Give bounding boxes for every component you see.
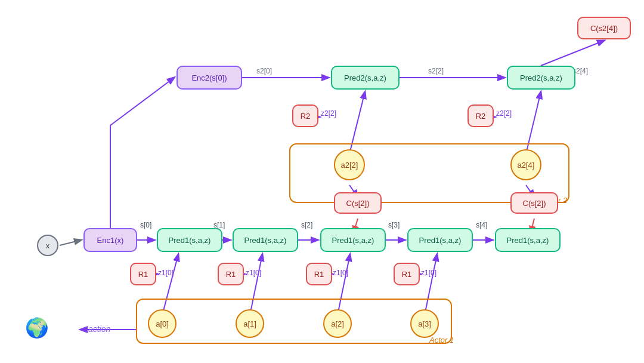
label-s2: s[2]	[301, 221, 312, 229]
node-x: x	[37, 235, 58, 256]
label-s0: s[0]	[140, 221, 151, 229]
diagram: s2[0] s2[2] s2[4] Actor 1 Actor 2 🌍 acti…	[0, 0, 644, 363]
node-a2: a[2]	[323, 309, 352, 338]
node-pred1-1: Pred1(s,a,z)	[233, 228, 298, 252]
node-r1-1: R1	[218, 263, 244, 285]
svg-line-0	[60, 240, 81, 245]
node-pred1-4: Pred1(s,a,z)	[495, 228, 561, 252]
svg-text:s2[0]: s2[0]	[256, 67, 272, 75]
node-a1: a[1]	[236, 309, 264, 338]
node-r2-0: R2	[292, 104, 318, 127]
node-pred1-3: Pred1(s,a,z)	[407, 228, 473, 252]
actor1-label: Actor 1	[429, 336, 454, 344]
action-label: action	[88, 324, 110, 334]
label-z2-2a: z2[2]	[321, 109, 336, 118]
label-z1-0d: z1[0]	[421, 269, 436, 277]
label-z1-0a: z1[0]	[158, 269, 174, 277]
node-a3: a[3]	[410, 309, 439, 338]
node-pred1-2: Pred1(s,a,z)	[320, 228, 386, 252]
svg-line-18	[541, 41, 604, 66]
node-a2-4: a2[4]	[510, 149, 541, 180]
svg-text:s2[2]: s2[2]	[428, 67, 444, 75]
node-cs2-a: C(s[2])	[334, 192, 382, 214]
node-pred2-0: Pred2(s,a,z)	[331, 66, 400, 90]
node-r1-0: R1	[130, 263, 156, 285]
node-cs2-4: C(s2[4])	[577, 17, 631, 39]
label-z2-2b: z2[2]	[496, 109, 512, 118]
svg-line-15	[110, 78, 174, 125]
world-icon: 🌍	[25, 316, 49, 339]
actor1-box	[136, 299, 452, 344]
node-a0: a[0]	[148, 309, 177, 338]
node-cs2-b: C(s[2])	[510, 192, 558, 214]
node-pred1-0: Pred1(s,a,z)	[157, 228, 222, 252]
label-z1-0b: z1[0]	[246, 269, 261, 277]
label-s4: s[4]	[476, 221, 487, 229]
node-r2-1: R2	[467, 104, 494, 127]
node-enc1: Enc1(x)	[83, 228, 137, 252]
node-r1-3: R1	[394, 263, 420, 285]
label-z1-0c: z1[0]	[333, 269, 348, 277]
node-a2-2: a2[2]	[334, 149, 365, 180]
label-s3: s[3]	[388, 221, 400, 229]
node-enc2: Enc2(s[0])	[177, 66, 242, 90]
node-r1-2: R1	[306, 263, 332, 285]
node-pred2-1: Pred2(s,a,z)	[507, 66, 575, 90]
label-s1: s[1]	[213, 221, 225, 229]
